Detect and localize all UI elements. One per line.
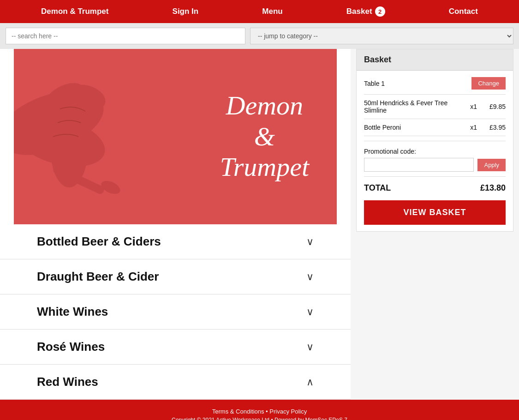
basket-item-price: £3.95 [483,124,506,131]
footer-links: Terms & Conditions • Privacy Policy [8,408,511,415]
menu-section-title: Draught Beer & Cider [37,270,159,284]
search-bar: -- jump to category -- [0,23,519,49]
category-select[interactable]: -- jump to category -- [250,28,513,44]
chevron-icon: ∨ [306,341,314,353]
menu-section-title: Bottled Beer & Ciders [37,234,161,249]
total-value: £13.80 [480,183,506,193]
menu-section-header[interactable]: White Wines ∨ [37,294,314,329]
basket-items-list: 50ml Hendricks & Fever Tree Slimline x1 … [364,99,506,136]
promo-code-section: Promotional code: Apply [364,148,506,172]
basket-divider-1 [364,94,506,95]
menu-section: Draught Beer & Cider ∨ [0,259,351,294]
promo-label: Promotional code: [364,148,506,155]
menu-section-title: Red Wines [37,375,98,389]
angel-illustration [14,49,152,224]
chevron-icon: ∨ [306,271,314,283]
menu-section: Rosé Wines ∨ [0,330,351,365]
chevron-icon: ∨ [306,306,314,318]
basket-link[interactable]: Basket 2 [346,6,385,17]
view-basket-button[interactable]: VIEW BASKET [364,200,506,225]
basket-title: Basket [357,49,513,71]
basket-item-row: Bottle Peroni x1 £3.95 [364,124,506,131]
basket-item-qty: x1 [470,103,477,110]
basket-item-row: 50ml Hendricks & Fever Tree Slimline x1 … [364,99,506,114]
basket-item-qty: x1 [470,124,477,131]
footer: Terms & Conditions • Privacy Policy Copy… [0,400,519,420]
basket-badge: Basket 2 [346,6,385,17]
left-column: Demon & Trumpet Bottled Beer & Ciders ∨ … [0,49,351,400]
menu-section-title: Rosé Wines [37,340,105,354]
basket-panel: Basket Table 1 Change 50ml Hendricks & F… [356,49,513,232]
menu-section: Bottled Beer & Ciders ∨ [0,224,351,259]
basket-count: 2 [375,6,385,17]
hero-banner: Demon & Trumpet [14,49,337,224]
promo-code-input[interactable] [364,158,474,172]
basket-divider-2 [364,141,506,141]
chevron-icon: ∧ [306,376,314,388]
apply-promo-button[interactable]: Apply [477,159,506,171]
basket-item-price: £9.85 [483,103,506,110]
contact-link[interactable]: Contact [449,7,478,16]
brand-link[interactable]: Demon & Trumpet [41,7,108,16]
item-divider [364,136,506,136]
menu-section-header[interactable]: Red Wines ∧ [37,365,314,399]
menu-section-title: White Wines [37,305,108,319]
basket-table-info: Table 1 Change [364,77,506,90]
basket-item-name: 50ml Hendricks & Fever Tree Slimline [364,99,465,114]
total-label: TOTAL [364,183,391,193]
footer-copyright: Copyright © 2021 Active Workspace Ltd • … [8,417,511,420]
change-table-button[interactable]: Change [471,77,506,90]
sign-in-link[interactable]: Sign In [173,7,199,16]
menu-sections: Bottled Beer & Ciders ∨ Draught Beer & C… [0,224,351,400]
chevron-icon: ∨ [306,236,314,248]
menu-section-header[interactable]: Bottled Beer & Ciders ∨ [37,224,314,259]
search-input[interactable] [6,28,245,44]
hero-text: Demon & Trumpet [220,90,337,183]
terms-link[interactable]: Terms & Conditions [212,408,264,415]
right-column: Basket Table 1 Change 50ml Hendricks & F… [351,49,519,400]
basket-table-label: Table 1 [364,80,471,87]
basket-total-row: TOTAL £13.80 [364,183,506,193]
basket-divider-3 [364,176,506,177]
basket-body: Table 1 Change 50ml Hendricks & Fever Tr… [357,71,513,231]
menu-section-header[interactable]: Rosé Wines ∨ [37,330,314,364]
promo-input-row: Apply [364,158,506,172]
main-content: Demon & Trumpet Bottled Beer & Ciders ∨ … [0,49,519,400]
item-divider [364,119,506,119]
main-header: Demon & Trumpet Sign In Menu Basket 2 Co… [0,0,519,23]
menu-section: Red Wines ∧ [0,365,351,400]
menu-section: White Wines ∨ [0,294,351,330]
privacy-link[interactable]: Privacy Policy [269,408,307,415]
menu-section-header[interactable]: Draught Beer & Cider ∨ [37,259,314,294]
menu-link[interactable]: Menu [262,7,282,16]
basket-item-name: Bottle Peroni [364,124,465,131]
